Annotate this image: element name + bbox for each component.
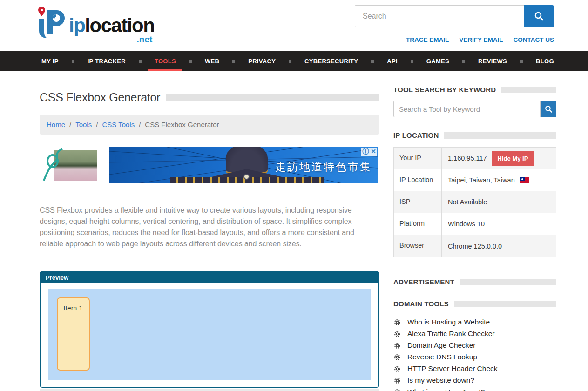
ad-main-image: 走訪地道特色市集 ⓘ ✕ xyxy=(109,147,378,183)
list-item[interactable]: HTTP Server Header Check xyxy=(393,364,556,373)
tool-search-form xyxy=(393,101,556,117)
nav-separator xyxy=(189,60,192,63)
list-item[interactable]: Alexa Traffic Rank Checker xyxy=(393,330,556,338)
breadcrumb: Home / Tools / CSS Tools / CSS Flexbox G… xyxy=(40,115,379,135)
nav-separator xyxy=(371,60,374,63)
http-header-link[interactable]: HTTP Server Header Check xyxy=(407,364,498,373)
breadcrumb-css-tools-link[interactable]: CSS Tools xyxy=(102,121,135,128)
trace-email-link[interactable]: TRACE EMAIL xyxy=(406,36,449,43)
gear-icon xyxy=(393,342,401,350)
gear-icon xyxy=(393,353,401,361)
nav-separator xyxy=(72,60,74,63)
nav-separator xyxy=(139,60,142,63)
website-down-link[interactable]: Is my website down? xyxy=(407,376,474,384)
page-title: CSS Flexbox Generator xyxy=(40,91,160,104)
browser-value: Chrome 125.0.0.0 xyxy=(448,243,502,250)
heading-decoration-bar xyxy=(444,132,556,139)
alexa-rank-link[interactable]: Alexa Traffic Rank Checker xyxy=(407,330,495,338)
breadcrumb-current: CSS Flexbox Generator xyxy=(145,121,219,128)
logo-wordmark: iplocation xyxy=(69,16,154,35)
list-item[interactable]: What is my User Agent? xyxy=(393,388,556,391)
nav-separator xyxy=(232,60,235,63)
table-row: Platform Windows 10 xyxy=(394,213,556,235)
ad-close-icon[interactable]: ✕ xyxy=(371,148,376,156)
site-search-form xyxy=(355,5,554,27)
nav-item-games[interactable]: GAMES xyxy=(425,51,451,71)
main-content: CSS Flexbox Generator Home / Tools / CSS… xyxy=(40,71,379,391)
nav-item-tools[interactable]: TOOLS xyxy=(153,51,178,71)
gear-icon xyxy=(393,377,401,384)
domain-tools-list: Who is Hosting a Website Alexa Traffic R… xyxy=(393,318,556,391)
advertisement-heading: ADVERTISEMENT xyxy=(393,278,556,286)
ad-caption-text: 走訪地道特色市集 xyxy=(275,160,372,174)
table-row: IP Location Taipei, Taiwan, Taiwan xyxy=(394,169,556,191)
reverse-dns-link[interactable]: Reverse DNS Lookup xyxy=(407,353,477,361)
breadcrumb-home-link[interactable]: Home xyxy=(47,121,65,128)
who-is-hosting-link[interactable]: Who is Hosting a Website xyxy=(407,318,490,326)
ip-location-heading: IP LOCATION xyxy=(393,131,556,139)
tool-search-input[interactable] xyxy=(393,101,541,117)
flex-preview-container: Item 1 xyxy=(48,289,371,380)
verify-email-link[interactable]: VERIFY EMAIL xyxy=(459,36,503,43)
table-row: ISP Not Available xyxy=(394,191,556,213)
tool-description: CSS Flexbox provides a flexible and intu… xyxy=(40,205,370,249)
domain-tools-heading: DOMAIN TOOLS xyxy=(393,300,556,308)
preview-panel-body: Item 1 xyxy=(41,283,378,387)
list-item[interactable]: Is my website down? xyxy=(393,376,556,384)
table-row: Your IP 1.160.95.117 Hide My IP xyxy=(394,148,556,169)
ip-location-value: Taipei, Taiwan, Taiwan xyxy=(448,176,515,184)
next-section-peek xyxy=(40,389,379,391)
contact-us-link[interactable]: CONTACT US xyxy=(514,36,554,43)
nav-separator xyxy=(289,60,291,63)
heading-decoration-bar xyxy=(454,301,556,307)
site-header: iplocation .net TRACE EMAIL VERIFY EMAIL… xyxy=(0,0,588,51)
taiwan-flag-icon xyxy=(520,177,529,183)
nav-separator xyxy=(411,60,413,63)
list-item[interactable]: Domain Age Checker xyxy=(393,341,556,350)
platform-value: Windows 10 xyxy=(448,220,485,228)
table-row: Browser Chrome 125.0.0.0 xyxy=(394,235,556,257)
preview-panel-header: Preview xyxy=(41,272,378,283)
ad-squiggle-graphic xyxy=(41,148,97,182)
list-item[interactable]: Reverse DNS Lookup xyxy=(393,353,556,361)
user-agent-link[interactable]: What is my User Agent? xyxy=(407,388,485,391)
nav-item-api[interactable]: API xyxy=(385,51,399,71)
main-nav: MY IP IP TRACKER TOOLS WEB PRIVACY CYBER… xyxy=(0,51,588,71)
nav-separator xyxy=(462,60,465,63)
search-icon xyxy=(534,11,545,22)
tool-search-button[interactable] xyxy=(541,101,556,117)
nav-item-privacy[interactable]: PRIVACY xyxy=(246,51,277,71)
isp-value: Not Available xyxy=(448,198,487,206)
hide-my-ip-button[interactable]: Hide My IP xyxy=(492,151,534,166)
utility-links: TRACE EMAIL VERIFY EMAIL CONTACT US xyxy=(406,36,554,43)
gear-icon xyxy=(393,330,401,338)
nav-item-web[interactable]: WEB xyxy=(203,51,221,71)
flex-preview-item-1[interactable]: Item 1 xyxy=(57,297,90,371)
gear-icon xyxy=(393,318,401,326)
ad-banner[interactable]: 走訪地道特色市集 ⓘ ✕ xyxy=(40,144,379,186)
nav-item-reviews[interactable]: REVIEWS xyxy=(476,51,509,71)
heading-decoration-bar xyxy=(501,87,556,93)
domain-age-link[interactable]: Domain Age Checker xyxy=(407,341,475,350)
heading-decoration-bar xyxy=(460,279,556,285)
ad-info-icon[interactable]: ⓘ xyxy=(362,148,369,156)
nav-item-blog[interactable]: BLOG xyxy=(534,51,556,71)
your-ip-value: 1.160.95.117 xyxy=(448,155,487,162)
nav-item-my-ip[interactable]: MY IP xyxy=(40,51,61,71)
breadcrumb-tools-link[interactable]: Tools xyxy=(75,121,92,128)
ad-badges: ⓘ ✕ xyxy=(361,148,377,156)
site-search-button[interactable] xyxy=(524,5,554,27)
ip-info-table: Your IP 1.160.95.117 Hide My IP IP Locat… xyxy=(393,147,556,257)
tool-search-heading: TOOL SEARCH BY KEYWORD xyxy=(393,86,556,94)
site-search-input[interactable] xyxy=(355,5,524,27)
gear-icon xyxy=(393,365,401,373)
list-item[interactable]: Who is Hosting a Website xyxy=(393,318,556,326)
gear-icon xyxy=(393,388,401,391)
preview-panel: Preview Item 1 xyxy=(40,271,379,388)
nav-item-ip-tracker[interactable]: IP TRACKER xyxy=(86,51,128,71)
nav-item-cybersecurity[interactable]: CYBERSECURITY xyxy=(303,51,360,71)
sidebar: TOOL SEARCH BY KEYWORD IP LOCATION Your … xyxy=(393,71,556,391)
logo-mark-icon xyxy=(37,6,68,41)
title-decoration-bar xyxy=(166,94,379,101)
site-logo[interactable]: iplocation .net xyxy=(37,0,154,51)
